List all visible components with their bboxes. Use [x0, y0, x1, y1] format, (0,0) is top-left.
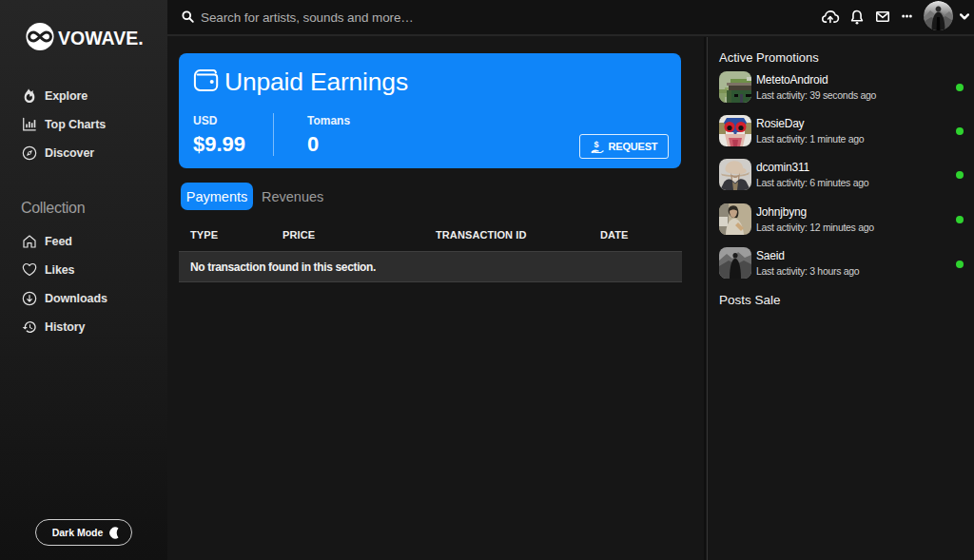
svg-text:$: $: [594, 141, 598, 149]
